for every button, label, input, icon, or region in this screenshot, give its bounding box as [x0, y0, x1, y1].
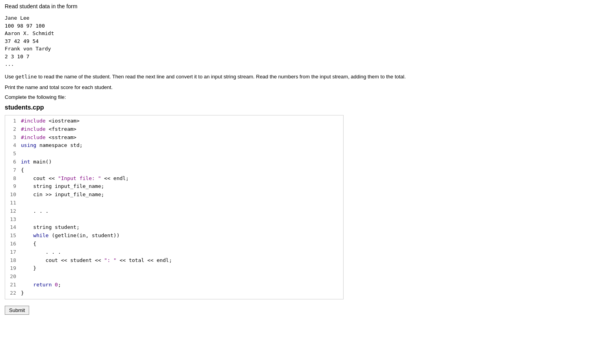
code-text-13: [21, 215, 24, 224]
filename: students.cpp: [5, 104, 586, 111]
line-num-6: 6: [8, 158, 21, 166]
line-num-16: 16: [8, 240, 21, 248]
code-line-20: 20: [5, 273, 343, 281]
code-line-21: 21 return 0;: [5, 281, 343, 289]
data-line-4: 37 42 49 54: [5, 37, 586, 45]
line-num-20: 20: [8, 273, 21, 281]
line-num-11: 11: [8, 199, 21, 207]
code-line-1: 1 #include <iostream>: [5, 117, 343, 125]
code-line-8: 8 cout << "Input file: " << endl;: [5, 175, 343, 183]
line-num-19: 19: [8, 264, 21, 273]
code-text-2: #include <fstream>: [21, 125, 76, 134]
code-line-14: 14 string student;: [5, 223, 343, 232]
line-num-5: 5: [8, 150, 21, 158]
description2: Print the name and total score for each …: [5, 84, 586, 90]
line-num-22: 22: [8, 289, 21, 297]
code-line-12: 12 . . .: [5, 207, 343, 215]
code-text-8: cout << "Input file: " << endl;: [21, 175, 129, 183]
code-text-16: {: [21, 240, 36, 248]
code-text-1: #include <iostream>: [21, 117, 80, 125]
line-num-21: 21: [8, 281, 21, 289]
code-line-4: 4 using namespace std;: [5, 141, 343, 150]
code-text-18: cout << student << ": " << total << endl…: [21, 256, 172, 265]
data-line-2: 100 98 97 100: [5, 22, 586, 30]
line-num-12: 12: [8, 207, 21, 215]
line-num-9: 9: [8, 182, 21, 191]
code-line-17: 17 . . .: [5, 248, 343, 256]
code-line-3: 3 #include <sstream>: [5, 134, 343, 142]
code-text-14: string student;: [21, 223, 80, 232]
data-line-7: ...: [5, 60, 586, 68]
line-num-3: 3: [8, 134, 21, 142]
data-line-5: Frank von Tardy: [5, 45, 586, 53]
code-text-5: [21, 150, 24, 158]
code-text-10: cin >> input_file_name;: [21, 191, 104, 199]
data-block: Jane Lee 100 98 97 100 Aaron X. Schmidt …: [5, 14, 586, 68]
code-line-18: 18 cout << student << ": " << total << e…: [5, 256, 343, 265]
data-line-6: 2 3 10 7: [5, 53, 586, 61]
code-line-16: 16 {: [5, 240, 343, 248]
code-text-21: return 0;: [21, 281, 61, 289]
code-line-19: 19 }: [5, 264, 343, 273]
code-text-19: }: [21, 264, 36, 273]
page-title: Read student data in the form: [5, 3, 586, 9]
code-line-2: 2 #include <fstream>: [5, 125, 343, 134]
code-text-3: #include <sstream>: [21, 134, 76, 142]
code-text-4: using namespace std;: [21, 141, 83, 150]
line-num-13: 13: [8, 215, 21, 224]
description1: Use getline to read the name of the stud…: [5, 73, 586, 81]
code-text-17: . . .: [21, 248, 61, 256]
code-line-9: 9 string input_file_name;: [5, 182, 343, 191]
data-line-3: Aaron X. Schmidt: [5, 30, 586, 37]
code-text-12: . . .: [21, 207, 48, 215]
submit-button[interactable]: Submit: [5, 306, 29, 315]
code-line-13: 13: [5, 215, 343, 224]
line-num-1: 1: [8, 117, 21, 125]
code-text-9: string input_file_name;: [21, 182, 104, 191]
code-text-7: {: [21, 166, 24, 175]
data-line-1: Jane Lee: [5, 14, 586, 22]
code-text-22: }: [21, 289, 24, 297]
line-num-14: 14: [8, 223, 21, 232]
code-line-15: 15 while (getline(in, student)): [5, 232, 343, 240]
code-line-6: 6 int main(): [5, 158, 343, 166]
code-text-6: int main(): [21, 158, 52, 166]
code-line-11: 11: [5, 199, 343, 207]
line-num-10: 10: [8, 191, 21, 199]
line-num-2: 2: [8, 125, 21, 134]
code-text-11: [21, 199, 24, 207]
code-line-7: 7 {: [5, 166, 343, 175]
code-text-20: [21, 273, 24, 281]
line-num-15: 15: [8, 232, 21, 240]
line-num-18: 18: [8, 256, 21, 265]
line-num-7: 7: [8, 166, 21, 175]
line-num-17: 17: [8, 248, 21, 256]
line-num-8: 8: [8, 175, 21, 183]
code-line-10: 10 cin >> input_file_name;: [5, 191, 343, 199]
code-line-22: 22 }: [5, 289, 343, 297]
code-line-5: 5: [5, 150, 343, 158]
code-block: 1 #include <iostream> 2 #include <fstrea…: [5, 115, 344, 299]
description3: Complete the following file:: [5, 94, 586, 100]
code-text-15: while (getline(in, student)): [21, 232, 119, 240]
line-num-4: 4: [8, 141, 21, 150]
